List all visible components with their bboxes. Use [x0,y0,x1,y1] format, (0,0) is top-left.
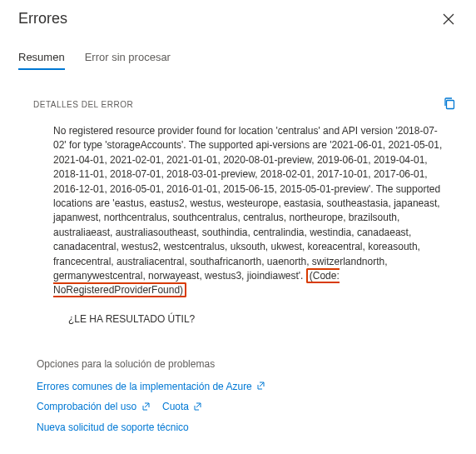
copy-button[interactable] [441,95,458,114]
close-button[interactable] [439,10,458,31]
troubleshoot-title: Opciones para la solución de problemas [37,358,458,370]
error-message: No registered resource provider found fo… [18,124,458,298]
tab-raw-error[interactable]: Error sin procesar [85,51,171,70]
external-link-icon [142,399,151,414]
tab-bar: Resumen Error sin procesar [18,51,458,70]
external-link-icon [257,378,265,393]
link-new-support-request[interactable]: Nueva solicitud de soporte técnico [37,422,189,433]
close-icon [443,15,454,27]
panel-title: Errores [18,10,67,27]
error-text: No registered resource provider found fo… [53,125,442,282]
link-check-usage[interactable]: Comprobación del uso [37,401,136,412]
external-link-icon [194,399,202,414]
link-common-deployment-errors[interactable]: Errores comunes de la implementación de … [37,381,252,392]
link-quota[interactable]: Cuota [162,401,189,412]
svg-rect-2 [447,101,454,109]
feedback-prompt: ¿LE HA RESULTADO ÚTIL? [18,313,458,325]
copy-icon [443,100,456,112]
tab-summary[interactable]: Resumen [18,51,65,70]
error-details-label: DETALLES DEL ERROR [33,100,133,109]
